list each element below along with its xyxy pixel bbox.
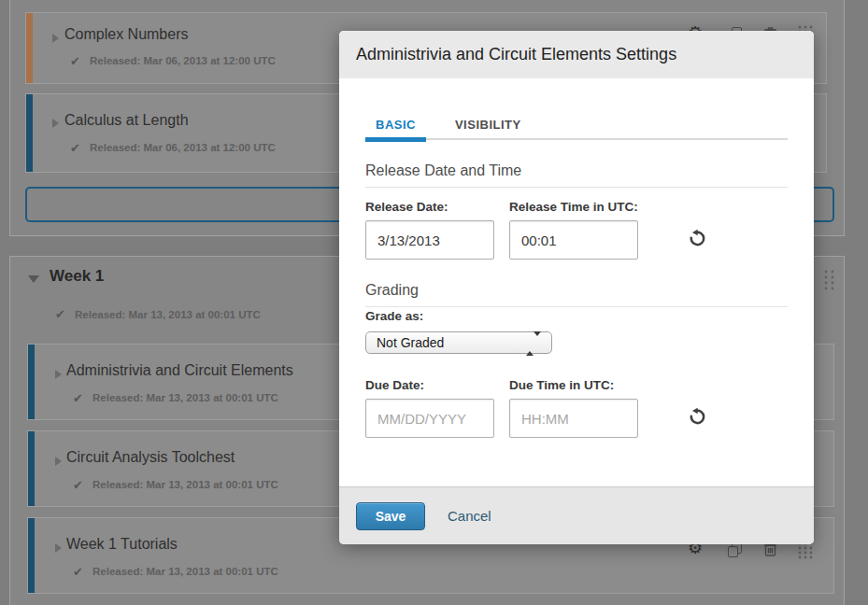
collapse-triangle-icon[interactable] [55,457,62,466]
save-button[interactable]: Save [356,502,425,530]
week-1-title: Week 1 [50,267,104,286]
modal-header: Administrivia and Circuit Elements Setti… [339,31,814,78]
grading-section-heading: Grading [365,282,788,307]
released-status: Released: Mar 13, 2013 at 00:01 UTC [92,566,278,577]
subsection-title: Week 1 Tutorials [66,536,178,553]
check-icon: ✔ [70,142,80,154]
check-icon: ✔ [73,566,83,578]
cancel-button[interactable]: Cancel [448,508,491,524]
released-status: Released: Mar 13, 2013 at 00:01 UTC [75,309,261,320]
collapse-triangle-icon[interactable] [52,119,59,128]
tab-visibility[interactable]: VISIBILITY [445,116,532,138]
due-field-row: Due Date: Due Time in UTC: [365,378,788,438]
check-icon: ✔ [73,392,83,404]
due-time-label: Due Time in UTC: [509,378,638,392]
drag-handle-icon[interactable] [798,542,813,561]
release-date-label: Release Date: [365,200,494,214]
reset-icon[interactable] [687,405,708,429]
drag-handle-icon[interactable] [824,270,839,294]
subsection-title: Administrivia and Circuit Elements [66,362,293,379]
release-time-label: Release Time in UTC: [509,200,638,214]
check-icon: ✔ [73,479,83,491]
check-icon: ✔ [55,308,65,320]
released-status: Released: Mar 06, 2013 at 12:00 UTC [90,55,276,66]
tab-bar: BASIC VISIBILITY [365,116,788,140]
grade-as-selected-value: Not Graded [377,335,444,350]
modal-title: Administrivia and Circuit Elements Setti… [356,45,676,64]
check-icon: ✔ [70,55,80,67]
release-time-input[interactable] [509,220,638,260]
section-title: Calculus at Length [64,112,189,129]
collapse-triangle-icon[interactable] [52,34,59,43]
released-status: Released: Mar 13, 2013 at 00:01 UTC [92,392,278,403]
collapse-triangle-icon[interactable] [55,370,62,379]
release-field-row: Release Date: Release Time in UTC: [365,200,788,260]
due-time-field-group: Due Time in UTC: [509,378,638,438]
released-status: Released: Mar 06, 2013 at 12:00 UTC [90,142,276,153]
modal-footer: Save Cancel [339,486,814,544]
tab-basic[interactable]: BASIC [365,116,426,138]
due-date-input[interactable] [365,399,494,438]
settings-modal: Administrivia and Circuit Elements Setti… [339,31,814,544]
release-date-field-group: Release Date: [365,200,494,260]
release-section-heading: Release Date and Time [365,162,788,188]
accent-bar [28,431,35,506]
expand-triangle-icon[interactable] [28,275,39,283]
modal-body: BASIC VISIBILITY Release Date and Time R… [339,78,814,486]
accent-bar [28,345,35,419]
grade-as-label: Grade as: [365,309,423,323]
accent-bar [26,13,33,83]
grade-as-select[interactable]: Not Graded [365,331,552,354]
due-date-label: Due Date: [365,378,494,392]
release-date-input[interactable] [365,220,494,260]
due-time-input[interactable] [509,399,638,438]
release-time-field-group: Release Time in UTC: [509,200,638,260]
due-date-field-group: Due Date: [365,378,494,438]
collapse-triangle-icon[interactable] [55,543,62,553]
released-status: Released: Mar 13, 2013 at 00:01 UTC [92,479,278,490]
section-title: Complex Numbers [64,26,188,43]
reset-icon[interactable] [687,227,708,251]
select-arrows-icon [526,336,541,351]
accent-bar [28,518,35,593]
subsection-title: Circuit Analysis Toolchest [66,449,235,466]
duplicate-icon[interactable] [728,542,743,560]
accent-bar [26,94,33,172]
